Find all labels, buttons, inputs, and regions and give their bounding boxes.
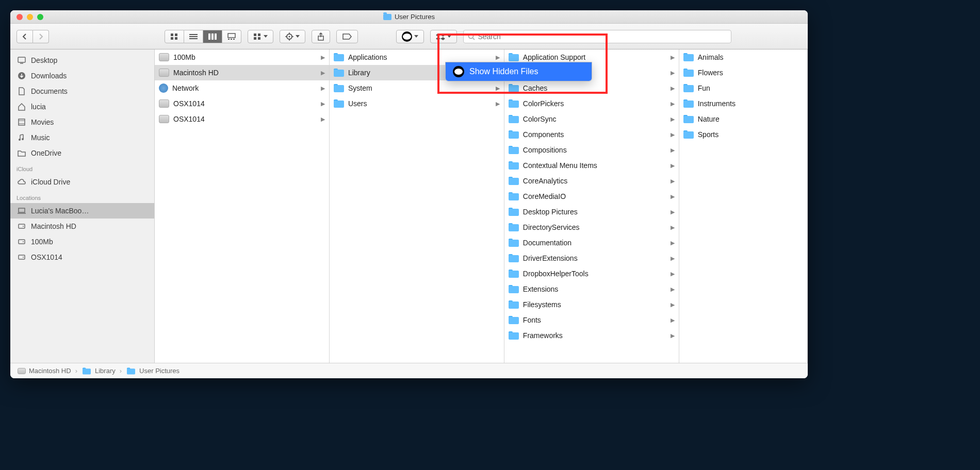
column-item[interactable]: Macintosh HD▶ [155, 65, 329, 80]
column-item[interactable]: OSX1014▶ [155, 111, 329, 127]
column-item-label: Fonts [523, 316, 541, 324]
view-buttons [165, 30, 241, 43]
sidebar-item[interactable]: Documents [10, 83, 154, 99]
chevron-right-icon: ▶ [671, 317, 675, 324]
sidebar-item[interactable]: lucia [10, 99, 154, 114]
column-item[interactable]: DriverExtensions▶ [504, 250, 679, 266]
column-item[interactable]: CoreMediaIO▶ [504, 189, 679, 204]
search-input[interactable] [478, 32, 727, 41]
search-box[interactable] [463, 30, 731, 43]
column-item[interactable]: Sports [679, 127, 807, 142]
sidebar-item[interactable]: Macintosh HD [10, 219, 154, 234]
chevron-right-icon: ▶ [321, 85, 325, 92]
list-view-button[interactable] [184, 30, 203, 43]
sidebar-item[interactable]: Music [10, 130, 154, 145]
column-item[interactable]: System▶ [330, 80, 504, 96]
sidebar-item[interactable]: OneDrive [10, 145, 154, 161]
chevron-right-icon: ▶ [496, 85, 500, 92]
column-item[interactable]: Desktop Pictures▶ [504, 204, 679, 220]
tags-button[interactable] [336, 30, 358, 43]
column-item[interactable]: Fonts▶ [504, 312, 679, 328]
folder-icon [683, 115, 694, 123]
back-button[interactable] [17, 30, 33, 43]
group-by-button[interactable] [248, 30, 273, 43]
column-item[interactable]: DropboxHelperTools▶ [504, 266, 679, 281]
column-item-label: 100Mb [173, 53, 195, 61]
column-item-label: CoreMediaIO [523, 192, 566, 200]
dropdown-item-label: Show Hidden Files [469, 67, 538, 76]
path-segment[interactable]: Macintosh HD [18, 367, 71, 375]
sidebar-item[interactable]: iCloud Drive [10, 174, 154, 190]
folder-icon [509, 223, 519, 231]
share-button[interactable] [312, 30, 330, 43]
column-item[interactable]: Instruments [679, 96, 807, 111]
svg-point-40 [23, 241, 24, 242]
column-item[interactable]: Filesystems▶ [504, 297, 679, 312]
column-item[interactable]: Animals [679, 49, 807, 65]
sidebar-item[interactable]: Downloads [10, 68, 154, 83]
folder-icon [83, 367, 91, 374]
column-item[interactable]: Contextual Menu Items▶ [504, 158, 679, 173]
sidebar-item-label: iCloud Drive [31, 178, 70, 186]
column-item[interactable]: Flowers [679, 65, 807, 80]
column-item[interactable]: 100Mb▶ [155, 49, 329, 65]
folder-icon [509, 239, 519, 247]
gallery-view-button[interactable] [222, 30, 241, 43]
dropbox-button[interactable] [430, 30, 457, 43]
chevron-right-icon: ▶ [671, 271, 675, 277]
action-button[interactable] [280, 30, 305, 43]
sidebar-item[interactable]: Desktop [10, 53, 154, 68]
chevron-right-icon: ▶ [671, 100, 675, 107]
sidebar-item[interactable]: Movies [10, 114, 154, 130]
maximize-button[interactable] [37, 14, 43, 20]
svg-rect-0 [171, 33, 173, 36]
sidebar-item[interactable]: Lucia's MacBoo… [10, 203, 154, 219]
column-item[interactable]: Nature [679, 111, 807, 127]
movies-icon [17, 117, 27, 127]
column-item[interactable]: DirectoryServices▶ [504, 220, 679, 235]
forward-button[interactable] [33, 30, 49, 43]
folder-icon [334, 53, 344, 61]
folder-icon [509, 316, 519, 324]
svg-rect-41 [19, 255, 25, 259]
sidebar-item-label: lucia [31, 103, 46, 111]
column-item[interactable]: ColorSync▶ [504, 111, 679, 127]
svg-rect-35 [19, 208, 25, 212]
column-item[interactable]: Caches▶ [504, 80, 679, 96]
chevron-right-icon: ▶ [496, 100, 500, 107]
sidebar-item[interactable]: OSX1014 [10, 249, 154, 265]
column-item[interactable]: Components▶ [504, 127, 679, 142]
path-bar: Macintosh HD›Library›User Pictures [10, 363, 808, 378]
svg-rect-12 [231, 39, 232, 40]
column-browser: 100Mb▶Macintosh HD▶Network▶OSX1014▶OSX10… [155, 49, 808, 363]
minimize-button[interactable] [27, 14, 33, 20]
folder-icon [509, 84, 519, 92]
column-item[interactable]: Network▶ [155, 80, 329, 96]
column-item[interactable]: CoreAnalytics▶ [504, 173, 679, 189]
column-item[interactable]: Users▶ [330, 96, 504, 111]
column-view-button[interactable] [203, 30, 222, 43]
column-item-label: ColorPickers [523, 99, 564, 108]
folder-icon [683, 99, 694, 108]
icon-view-button[interactable] [165, 30, 184, 43]
hidden-files-toolbar-button[interactable] [396, 30, 424, 43]
column-item[interactable]: Extensions▶ [504, 281, 679, 297]
path-segment[interactable]: Library [81, 367, 116, 375]
sidebar-item[interactable]: 100Mb [10, 234, 154, 249]
folder-icon [683, 130, 694, 139]
column-item[interactable]: Compositions▶ [504, 142, 679, 158]
window-controls [17, 14, 43, 20]
show-hidden-files-item[interactable]: Show Hidden Files [446, 62, 592, 81]
column-item[interactable]: OSX1014▶ [155, 96, 329, 111]
path-segment[interactable]: User Pictures [126, 367, 179, 375]
close-button[interactable] [17, 14, 23, 20]
sidebar-item-label: Desktop [31, 56, 57, 64]
column-item[interactable]: Documentation▶ [504, 235, 679, 250]
column-item[interactable]: Frameworks▶ [504, 328, 679, 343]
column-item-label: Filesystems [523, 300, 561, 309]
column-item-label: Sports [698, 130, 718, 139]
folder-icon [509, 115, 519, 123]
column-item[interactable]: ColorPickers▶ [504, 96, 679, 111]
column-item[interactable]: Fun [679, 80, 807, 96]
svg-point-33 [19, 139, 21, 141]
